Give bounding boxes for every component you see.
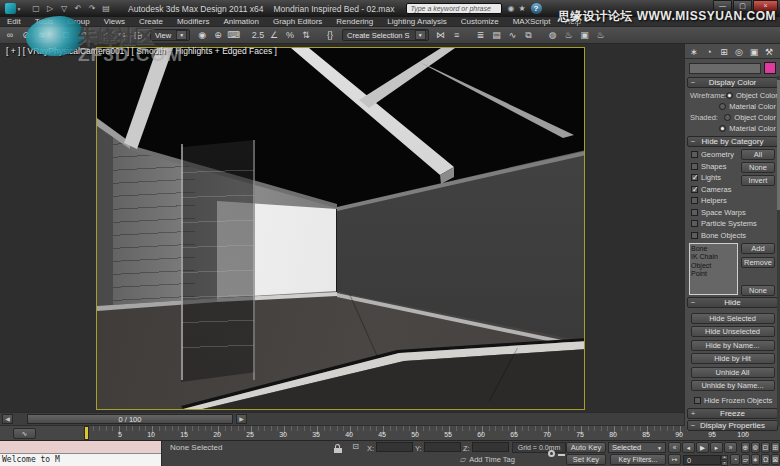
list-item[interactable]: Point	[691, 270, 736, 278]
reference-coordinate-system-dropdown[interactable]: View ▼	[150, 29, 190, 41]
command-panel-tab[interactable]: ◎	[732, 45, 746, 58]
add-time-tag[interactable]: ▱ Add Time Tag	[460, 455, 515, 464]
quick-access-icon[interactable]: ▢	[30, 3, 42, 15]
spinner-down-icon[interactable]: ▼	[721, 461, 728, 466]
transport-button[interactable]: ◂	[682, 442, 695, 453]
viewport-nav-button[interactable]: ⊚	[751, 442, 760, 453]
rollout-header[interactable]: − Display Properties	[687, 420, 778, 431]
object-color-swatch[interactable]	[764, 62, 776, 74]
transport-button[interactable]: ▸	[710, 442, 723, 453]
current-frame-marker[interactable]	[84, 426, 89, 440]
toolbar-icon[interactable]: ⋈	[433, 28, 449, 42]
time-slider-next-icon[interactable]: ▶	[236, 414, 247, 424]
display-color-radio-row[interactable]: Material Color	[689, 123, 776, 134]
infocenter-icon[interactable]: ★	[518, 4, 525, 13]
checkbox[interactable]	[691, 174, 698, 181]
macro-recorder-line[interactable]	[0, 441, 161, 454]
rollout-header[interactable]: + Freeze	[687, 408, 778, 419]
category-checkbox-row[interactable]: Helpers	[689, 195, 776, 207]
toolbar-icon[interactable]: ≡	[449, 28, 465, 42]
infocenter-icon[interactable]: ◉	[507, 4, 514, 13]
spinner-up-icon[interactable]: ▲	[721, 455, 728, 460]
toolbar-icon[interactable]: 2.5	[250, 28, 266, 42]
unhide-action-button[interactable]: Unhide by Name...	[691, 380, 775, 391]
coord-y-field[interactable]	[424, 442, 461, 452]
toolbar-icon[interactable]: ♨	[561, 28, 577, 42]
toolbar-icon[interactable]: ⌨	[226, 28, 242, 42]
display-color-radio-row[interactable]: Wireframe: Object Color	[689, 90, 776, 101]
quick-access-icon[interactable]: ▷	[44, 3, 56, 15]
key-selection-set-dropdown[interactable]: Selected ▼	[608, 442, 666, 453]
menu-item[interactable]: Lighting Analysis	[380, 17, 454, 26]
checkbox[interactable]	[691, 220, 698, 227]
key-mode-toggle-button[interactable]: ↦	[668, 454, 681, 465]
absolute-mode-transform-icon[interactable]: ⊡	[349, 442, 362, 453]
key-filters-button[interactable]: Key Filters...	[610, 454, 666, 465]
rollout-header[interactable]: − Hide by Category	[687, 136, 778, 147]
selection-lock-icon[interactable]	[333, 444, 345, 454]
menu-item[interactable]: MAXScript	[506, 17, 558, 26]
radio-button[interactable]	[726, 92, 733, 99]
category-filter-button[interactable]: None	[741, 162, 775, 173]
menu-item[interactable]: Modifiers	[170, 17, 216, 26]
toolbar-icon[interactable]: ▤	[489, 28, 505, 42]
menu-item[interactable]: Graph Editors	[266, 17, 329, 26]
checkbox[interactable]	[691, 151, 698, 158]
open-mini-curve-editor-button[interactable]: ∿	[13, 428, 36, 439]
radio-button[interactable]	[724, 114, 731, 121]
maxscript-mini-listener[interactable]: Welcome to M	[0, 441, 162, 466]
rollout-header[interactable]: − Display Color	[687, 77, 778, 88]
time-slider-previous-icon[interactable]: ◀	[2, 414, 13, 424]
toolbar-icon[interactable]: ♨	[593, 28, 609, 42]
hide-action-button[interactable]: Hide Unselected	[691, 326, 775, 337]
viewport-nav-button[interactable]: ∗	[751, 454, 760, 465]
viewport-nav-button[interactable]: ⊠	[771, 454, 780, 465]
object-name-field[interactable]	[689, 63, 761, 74]
transport-button[interactable]: ▶	[696, 442, 709, 453]
transport-button[interactable]: »	[724, 442, 737, 453]
menu-item[interactable]: Animation	[216, 17, 266, 26]
category-filter-button[interactable]: Invert	[741, 175, 775, 186]
current-frame-field[interactable]: 0	[683, 455, 721, 465]
toolbar-icon[interactable]: ⧉	[521, 28, 537, 42]
toolbar-icon[interactable]: ≣	[473, 28, 489, 42]
custom-category-button[interactable]: None	[741, 285, 775, 296]
checkbox[interactable]	[691, 209, 698, 216]
toolbar-icon[interactable]: ◍	[545, 28, 561, 42]
coord-z-field[interactable]	[472, 442, 509, 452]
list-item[interactable]: IK Chain Object	[691, 253, 736, 270]
timeline-ruler[interactable]: 5101520253035404550556065707580859095100	[80, 426, 780, 441]
listener-line[interactable]: Welcome to M	[0, 454, 161, 466]
viewport-nav-button[interactable]: ⊡	[761, 442, 770, 453]
checkbox[interactable]	[691, 197, 698, 204]
toolbar-icon[interactable]: ∠	[266, 28, 282, 42]
toolbar-icon[interactable]: ⊕	[210, 28, 226, 42]
frame-spinner[interactable]: ▲ ▼	[721, 455, 728, 465]
toolbar-icon[interactable]: ⇅	[298, 28, 314, 42]
hide-frozen-objects-row[interactable]: Hide Frozen Objects	[689, 394, 776, 406]
command-panel-tab[interactable]: ⚒	[762, 45, 776, 58]
custom-category-button[interactable]: Remove	[741, 257, 775, 268]
display-color-radio-row[interactable]: Material Color	[689, 101, 776, 112]
toolbar-icon[interactable]: ▣	[577, 28, 593, 42]
checkbox[interactable]	[691, 186, 698, 193]
custom-category-button[interactable]: Add	[741, 243, 775, 254]
rollout-header[interactable]: − Hide	[687, 297, 778, 308]
checkbox[interactable]	[691, 232, 698, 239]
command-panel-tab[interactable]: ∗	[687, 45, 701, 58]
transport-button[interactable]: «	[668, 442, 681, 453]
time-slider-handle[interactable]: 0 / 100	[27, 414, 233, 424]
menu-item[interactable]: Customize	[454, 17, 506, 26]
viewport-nav-button[interactable]: ⊕	[741, 442, 750, 453]
quick-access-icon[interactable]: ↷	[86, 3, 98, 15]
coord-x-field[interactable]	[376, 442, 413, 452]
command-panel-tab[interactable]: ⊞	[717, 45, 731, 58]
named-selection-sets-dropdown[interactable]: Create Selection S ▼	[342, 29, 429, 41]
category-checkbox-row[interactable]: Particle Systems	[689, 218, 776, 230]
viewport-nav-button[interactable]: Ω	[761, 454, 770, 465]
camera-viewport[interactable]	[96, 47, 585, 410]
application-menu-button[interactable]: ▼	[0, 1, 26, 17]
auto-key-button[interactable]: Auto Key	[566, 442, 606, 453]
menu-item[interactable]: Edit	[0, 17, 28, 26]
radio-button[interactable]	[719, 125, 726, 132]
